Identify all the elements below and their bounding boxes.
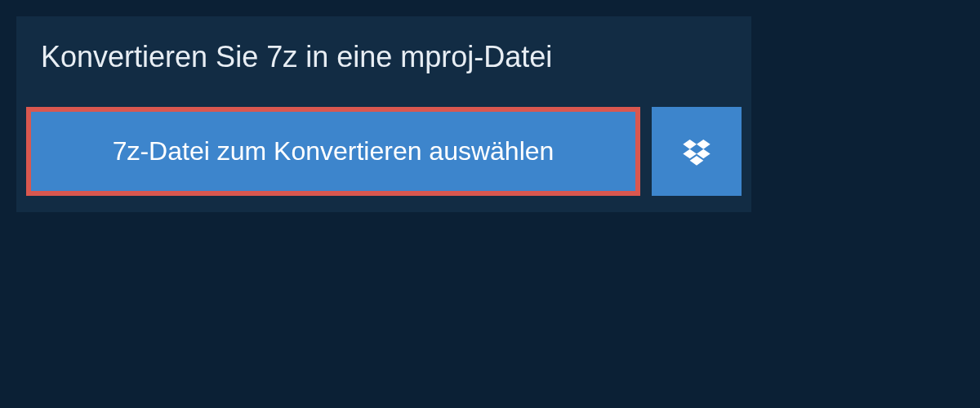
select-file-button-label: 7z-Datei zum Konvertieren auswählen xyxy=(113,136,555,166)
dropbox-button[interactable] xyxy=(652,107,742,196)
select-file-button[interactable]: 7z-Datei zum Konvertieren auswählen xyxy=(26,107,640,196)
dropbox-icon xyxy=(680,135,713,168)
button-row: 7z-Datei zum Konvertieren auswählen xyxy=(16,97,751,212)
converter-panel: Konvertieren Sie 7z in eine mproj-Datei … xyxy=(16,16,751,212)
page-title: Konvertieren Sie 7z in eine mproj-Datei xyxy=(16,16,751,97)
